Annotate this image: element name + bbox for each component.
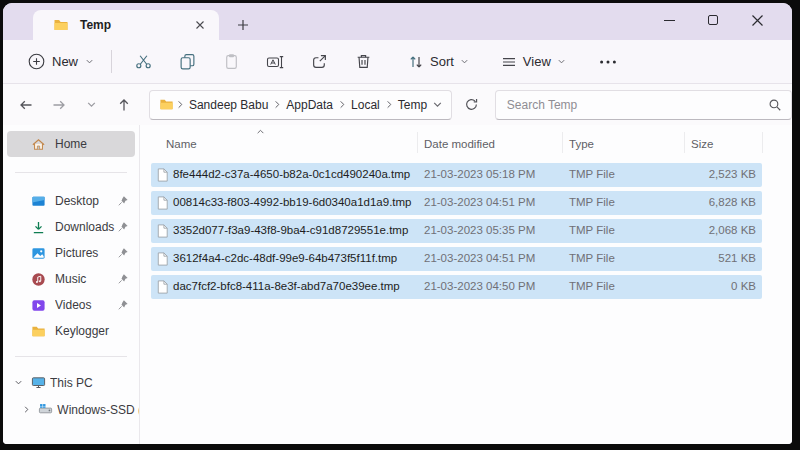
file-rows: 8fe444d2-c37a-4650-b82a-0c1cd490240a.tmp… [140, 163, 792, 299]
sidebar-item-label: Desktop [55, 194, 115, 208]
pin-icon [117, 195, 129, 207]
column-divider[interactable] [417, 132, 418, 153]
sidebar-item-label: Keylogger [55, 324, 129, 338]
more-options-icon [599, 59, 617, 65]
copy-button[interactable] [168, 45, 206, 79]
file-date-modified: 21-03-2023 04:51 PM [424, 196, 535, 208]
back-button[interactable] [13, 92, 39, 118]
close-button[interactable] [746, 9, 768, 31]
file-row[interactable]: 3612f4a4-c2dc-48df-99e9-64b473f5f11f.tmp… [151, 247, 762, 271]
file-type: TMP File [569, 196, 615, 208]
breadcrumb-segment[interactable]: Sandeep Babu [186, 96, 271, 114]
refresh-button[interactable] [458, 91, 486, 119]
sidebar-item-downloads[interactable]: Downloads [7, 214, 135, 240]
new-button-label: New [52, 54, 78, 69]
sidebar-item-pictures[interactable]: Pictures [7, 240, 135, 266]
chevron-down-icon [85, 57, 94, 66]
file-type: TMP File [569, 280, 615, 292]
tab-title: Temp [80, 18, 191, 32]
column-header-date-modified[interactable]: Date modified [424, 138, 495, 150]
forward-button[interactable] [46, 92, 72, 118]
paste-button[interactable] [212, 45, 250, 79]
column-header-type[interactable]: Type [569, 138, 594, 150]
sidebar-item-videos[interactable]: Videos [7, 292, 135, 318]
folder-icon [31, 324, 46, 339]
search-icon [768, 98, 782, 112]
sort-button[interactable]: Sort [399, 48, 478, 76]
file-date-modified: 21-03-2023 04:50 PM [424, 280, 535, 292]
sidebar-item-label: This PC [50, 376, 93, 390]
music-icon [31, 272, 46, 287]
sort-icon [408, 54, 424, 70]
column-header-name[interactable]: Name [166, 138, 197, 150]
pin-icon [117, 299, 129, 311]
file-row[interactable]: 00814c33-f803-4992-bb19-6d0340a1d1a9.tmp… [151, 191, 762, 215]
sidebar-item-this-pc[interactable]: This PC [3, 369, 139, 396]
tab-temp[interactable]: Temp [33, 10, 219, 40]
chevron-down-icon[interactable] [11, 378, 25, 387]
rename-button[interactable] [256, 45, 294, 79]
file-list: Name Date modified Type Size 8fe444d2-c3… [140, 125, 792, 444]
address-dropdown-icon[interactable] [432, 99, 443, 110]
view-button[interactable]: View [492, 48, 575, 76]
cut-button[interactable] [124, 45, 162, 79]
sidebar-divider [15, 172, 127, 173]
search-input[interactable] [507, 98, 768, 112]
recent-locations-icon[interactable] [78, 92, 104, 118]
breadcrumb-separator-icon [385, 100, 393, 109]
sidebar-item-home[interactable]: Home [7, 131, 135, 157]
minimize-button[interactable] [658, 9, 680, 31]
delete-button[interactable] [344, 45, 382, 79]
navigation-bar: Sandeep Babu AppData Local Temp [3, 84, 792, 125]
sidebar-item-label: Pictures [55, 246, 115, 260]
sidebar-item-music[interactable]: Music [7, 266, 135, 292]
window-controls [658, 3, 768, 37]
breadcrumb-segment[interactable]: AppData [283, 96, 336, 114]
desktop-icon [31, 194, 46, 209]
address-bar[interactable]: Sandeep Babu AppData Local Temp [149, 90, 452, 120]
file-name: 3612f4a4-c2dc-48df-99e9-64b473f5f11f.tmp [173, 252, 397, 264]
sidebar-item-label: Downloads [55, 220, 115, 234]
breadcrumb-segment[interactable]: Temp [395, 96, 430, 114]
share-button[interactable] [300, 45, 338, 79]
drive-icon [38, 402, 53, 417]
downloads-icon [31, 220, 46, 235]
file-explorer-window: Temp New [3, 3, 792, 444]
sidebar-item-label: Music [55, 272, 115, 286]
breadcrumb-segment[interactable]: Local [348, 96, 383, 114]
file-size: 521 KB [718, 252, 756, 264]
sidebar-item-keylogger[interactable]: Keylogger [7, 318, 135, 344]
file-row[interactable]: dac7fcf2-bfc8-411a-8e3f-abd7a70e39ee.tmp… [151, 275, 762, 299]
column-headers: Name Date modified Type Size [151, 125, 762, 161]
file-size: 6,828 KB [709, 196, 756, 208]
file-icon [155, 251, 170, 267]
sidebar-item-windows-ssd[interactable]: Windows-SSD (C:) [3, 396, 139, 423]
new-button[interactable]: New [18, 47, 104, 76]
new-tab-button[interactable] [231, 14, 255, 36]
tab-close-icon[interactable] [191, 16, 209, 34]
file-row[interactable]: 8fe444d2-c37a-4650-b82a-0c1cd490240a.tmp… [151, 163, 762, 187]
toolbar-divider [111, 50, 112, 73]
sidebar-item-desktop[interactable]: Desktop [7, 188, 135, 214]
sort-ascending-icon [256, 128, 265, 136]
more-options-button[interactable] [591, 47, 625, 77]
file-icon [155, 195, 170, 211]
file-row[interactable]: 3352d077-f3a9-43f8-9ba4-c91d8729551e.tmp… [151, 219, 762, 243]
sidebar-item-label: Home [55, 137, 129, 151]
column-divider[interactable] [684, 132, 685, 153]
up-button[interactable] [111, 92, 137, 118]
column-header-size[interactable]: Size [691, 138, 713, 150]
rename-icon [266, 54, 284, 70]
file-name: 00814c33-f803-4992-bb19-6d0340a1d1a9.tmp [173, 196, 412, 208]
chevron-right-icon[interactable] [21, 405, 32, 414]
sidebar-item-label: Videos [55, 298, 115, 312]
pin-icon [117, 221, 129, 233]
file-name: dac7fcf2-bfc8-411a-8e3f-abd7a70e39ee.tmp [173, 280, 400, 292]
tab-bar: Temp [3, 3, 792, 40]
file-date-modified: 21-03-2023 05:18 PM [424, 168, 535, 180]
file-date-modified: 21-03-2023 04:51 PM [424, 252, 535, 264]
column-divider[interactable] [562, 132, 563, 153]
maximize-button[interactable] [702, 9, 724, 31]
this-pc-icon [31, 375, 46, 390]
column-divider[interactable] [762, 132, 763, 153]
